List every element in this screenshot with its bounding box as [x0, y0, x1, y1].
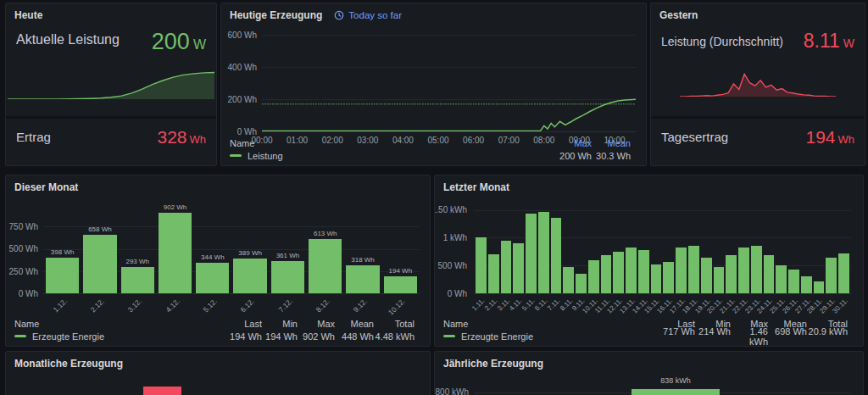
legend-col-last[interactable]: Last	[223, 319, 262, 329]
y-tick-label: 600 Wh	[228, 31, 257, 40]
bar-5.12.: 344 Wh5.12.	[196, 204, 229, 293]
time-series-svg	[262, 27, 636, 131]
legend-col-max[interactable]: Max	[548, 138, 592, 148]
current-power-label: Aktuelle Leistung	[16, 32, 120, 47]
bar-value-label: 344 Wh	[201, 253, 225, 261]
legend-col-name[interactable]: Name	[230, 138, 254, 148]
bar-rect	[159, 213, 192, 293]
bar-1.11.: 1.11.	[476, 204, 487, 293]
avg-power-unit: W	[843, 36, 854, 50]
legend-series-row: Erzeugte Energie 717 Wh 214 Wh 1.46 kWh …	[443, 330, 848, 342]
bar-25.11.: 25.11.	[776, 204, 787, 293]
bar-rect	[826, 258, 837, 293]
legend-col-total[interactable]: Total	[374, 319, 415, 329]
avg-power-sparkline	[680, 71, 836, 97]
legend: Name Max Mean Leistung 200 Wh 30.3 Wh	[230, 136, 631, 162]
bar-rect	[663, 262, 674, 293]
panel-divider	[6, 116, 216, 119]
series-color-dash-icon	[443, 335, 455, 337]
legend-col-name[interactable]: Name	[443, 319, 468, 329]
legend-col-mean[interactable]: Mean	[592, 138, 631, 148]
bar-rect	[563, 267, 574, 294]
tagesertrag-label: Tagesertrag	[661, 130, 728, 144]
bar-22.11.: 22.11.	[738, 204, 749, 293]
bar-12.11.: 12.11.	[613, 204, 624, 293]
legend-col-min[interactable]: Min	[262, 319, 298, 329]
legend-header-row: Name Last Min Max Mean Total	[14, 317, 415, 330]
bar-3.11.: 3.11.	[501, 204, 512, 293]
sparkline-svg	[8, 71, 214, 99]
bar-1.12.: 398 Wh1.12.	[46, 204, 79, 293]
legend-mean-value: 448 Wh	[335, 331, 374, 342]
panel-heute: Heute Aktuelle Leistung 200 W Ertrag 328…	[5, 3, 217, 166]
bar-rect	[501, 241, 512, 293]
legend-series-leistung[interactable]: Leistung	[230, 151, 283, 161]
bar-rect	[121, 267, 154, 293]
legend-series-erzeugte-energie[interactable]: Erzeugte Energie	[443, 331, 533, 342]
plot-area[interactable]: 398 Wh1.12.658 Wh2.12.293 Wh3.12.902 Wh4…	[43, 204, 420, 294]
plot-area[interactable]	[262, 27, 636, 132]
bar-value-label: 293 Wh	[125, 258, 149, 265]
bar-10.11.: 10.11.	[588, 204, 599, 293]
bar-rect	[83, 235, 116, 293]
tagesertrag-unit: Wh	[838, 133, 855, 146]
avg-power-value: 8.11 W	[804, 30, 854, 53]
panel-title-gestern[interactable]: Gestern	[659, 9, 698, 21]
bar-20.11.: 20.11.	[714, 204, 725, 293]
legend-min-value: 214 Wh	[695, 326, 731, 347]
panel-title-jaehrliche-erzeugung[interactable]: Jährliche Erzeugung	[443, 358, 543, 370]
bar-2.12.: 658 Wh2.12.	[83, 204, 116, 293]
bar-6.12.: 389 Wh6.12.	[233, 204, 266, 293]
bar-rect	[551, 218, 562, 293]
bar-13.11.: 13.11.	[626, 204, 637, 293]
x-tick-label: 4.12.	[164, 297, 181, 314]
legend-total-value: 20.9 kWh	[807, 326, 848, 347]
partial-green-bar	[632, 389, 720, 395]
bar-rect	[576, 274, 587, 293]
y-tick-label: 1.50 kWh	[434, 205, 467, 214]
bar-rect	[526, 214, 537, 294]
bar-16.11.: 16.11.	[663, 204, 674, 293]
x-tick-label: 6.12.	[239, 297, 256, 314]
panel-title-monatliche-erzeugung[interactable]: Monatliche Erzeugung	[14, 358, 123, 370]
y-axis: 0 Wh500 Wh1 kWh1.50 kWh	[435, 204, 470, 294]
y-axis: 0 Wh200 Wh400 Wh600 Wh	[221, 27, 260, 132]
bar-value-label: 398 Wh	[51, 248, 75, 256]
bar-value-label: 902 Wh	[164, 203, 187, 211]
bar-rect	[233, 259, 266, 293]
bars: 398 Wh1.12.658 Wh2.12.293 Wh3.12.902 Wh4…	[43, 204, 420, 293]
plot-area[interactable]: 1.11.2.11.3.11.4.11.5.11.6.11.7.11.8.11.…	[474, 204, 851, 294]
legend-col-mean[interactable]: Mean	[335, 319, 374, 329]
y-tick-label: 750 Wh	[9, 222, 38, 231]
legend-col-max[interactable]: Max	[298, 319, 335, 329]
bar-14.11.: 14.11.	[638, 204, 649, 293]
legend-header-row: Name Max Mean	[230, 136, 631, 149]
legend-mean-value: 698 Wh	[768, 326, 807, 347]
bar-rect	[601, 255, 612, 293]
panel-title-heute[interactable]: Heute	[14, 9, 42, 21]
bar-rect	[638, 250, 649, 293]
legend-max-value: 200 Wh	[548, 151, 592, 161]
legend-col-name[interactable]: Name	[14, 319, 39, 329]
bar-rect	[651, 264, 662, 293]
legend-mean-value: 30.3 Wh	[592, 151, 631, 161]
legend-total-value: 4.48 kWh	[374, 331, 415, 342]
bar-8.12.: 613 Wh8.12.	[309, 204, 342, 293]
current-power-number: 200	[152, 29, 190, 55]
bar-18.11.: 18.11.	[688, 204, 699, 293]
x-tick-label: 6.11.	[533, 297, 549, 313]
bar-9.11.: 9.11.	[576, 204, 587, 293]
bar-9.12.: 318 Wh9.12.	[346, 204, 379, 293]
legend-series-row: Erzeugte Energie 194 Wh 194 Wh 902 Wh 44…	[14, 330, 415, 342]
bar-rect	[688, 246, 699, 293]
tagesertrag-number: 194	[805, 127, 835, 147]
bar-rect	[588, 260, 599, 293]
tagesertrag-value: 194 Wh	[805, 127, 854, 147]
avg-power-label: Leistung (Durchschnitt)	[661, 35, 783, 48]
bar-rect	[738, 248, 749, 293]
sparkline-svg	[680, 71, 836, 97]
panel-gestern: Gestern Leistung (Durchschnitt) 8.11 W T…	[650, 3, 865, 166]
bar-rect	[196, 263, 229, 293]
bar-19.11.: 19.11.	[701, 204, 712, 293]
legend-series-erzeugte-energie[interactable]: Erzeugte Energie	[14, 331, 104, 342]
